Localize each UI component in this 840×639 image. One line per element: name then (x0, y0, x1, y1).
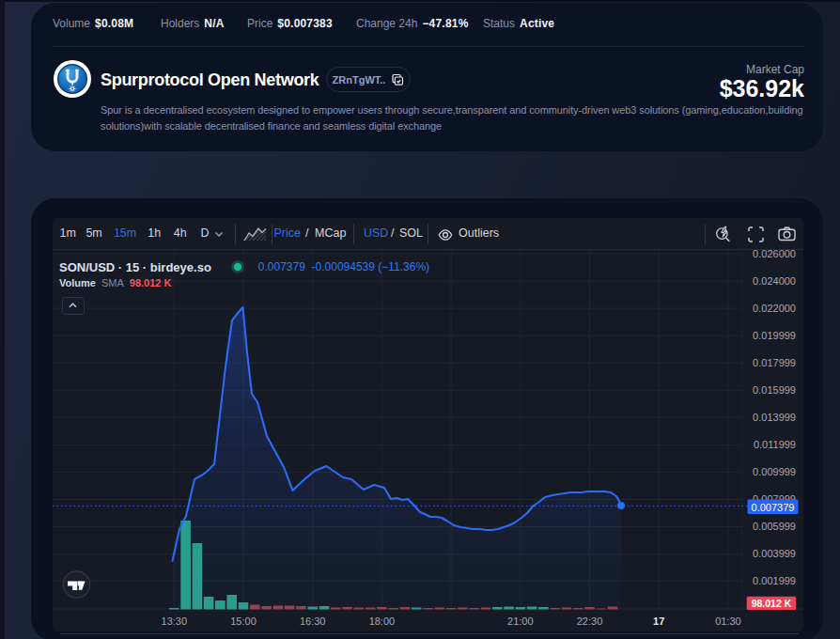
svg-text:13:30: 13:30 (162, 616, 188, 627)
svg-text:0.001999: 0.001999 (753, 575, 796, 586)
svg-text:15:00: 15:00 (230, 616, 257, 627)
svg-text:17: 17 (653, 616, 664, 627)
svg-text:22:30: 22:30 (577, 616, 603, 627)
svg-text:0.026000: 0.026000 (753, 250, 796, 259)
svg-text:0.013999: 0.013999 (753, 412, 796, 423)
svg-text:18:00: 18:00 (369, 616, 396, 627)
svg-text:0.015999: 0.015999 (753, 384, 796, 396)
svg-text:21:00: 21:00 (507, 616, 534, 627)
svg-text:0.007379: 0.007379 (752, 502, 795, 513)
svg-text:0.009999: 0.009999 (753, 466, 796, 477)
svg-text:0.022000: 0.022000 (753, 303, 796, 314)
svg-text:0.011999: 0.011999 (754, 439, 796, 450)
svg-text:0.017999: 0.017999 (753, 357, 796, 368)
svg-text:0.024000: 0.024000 (753, 275, 796, 287)
svg-text:0.005999: 0.005999 (753, 521, 796, 532)
svg-text:16:30: 16:30 (300, 616, 326, 627)
svg-text:0.003999: 0.003999 (753, 548, 796, 559)
svg-text:0.019999: 0.019999 (753, 330, 796, 341)
svg-text:01:30: 01:30 (715, 616, 741, 627)
svg-text:98.012 K: 98.012 K (752, 598, 792, 609)
